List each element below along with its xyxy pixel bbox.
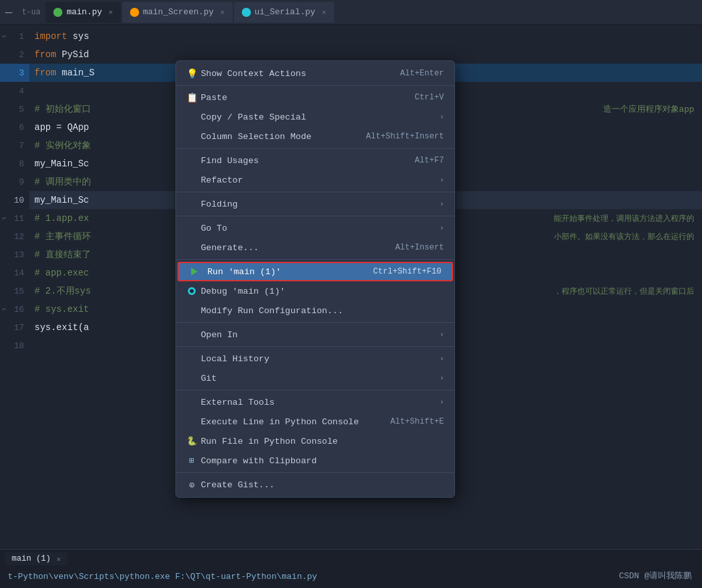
github-icon: ⊙ [187, 479, 197, 490]
shortcut-generate: Alt+Insert [395, 243, 444, 252]
separator-9 [176, 472, 454, 473]
menu-item-generate[interactable]: Generate... Alt+Insert [176, 238, 454, 257]
open-in-icon [187, 329, 197, 340]
menu-item-open-in[interactable]: Open In › [176, 325, 454, 344]
menu-item-find-usages[interactable]: Find Usages Alt+F7 [176, 151, 454, 170]
separator-2 [176, 148, 454, 149]
menu-label-column-selection: Column Selection Mode [201, 132, 311, 142]
gutter-line-7: 7 [0, 136, 29, 155]
menu-item-git[interactable]: Git › [176, 368, 454, 388]
context-menu: 💡 Show Context Actions Alt+Enter 📋 Paste… [176, 60, 455, 498]
tab-bar-controls: — t-ua [5, 6, 40, 19]
editor-area: 1 2 3 4 5 6 7 8 9 10 11 12 13 14 15 16 1… [0, 25, 702, 549]
menu-item-external-tools[interactable]: External Tools › [176, 392, 454, 412]
terminal-bar: main (1) ✕ t-Python\venv\Scripts\python.… [0, 549, 702, 588]
menu-item-execute-line-python[interactable]: Execute Line in Python Console Alt+Shift… [176, 412, 454, 431]
gutter-line-18: 18 [0, 337, 29, 355]
separator-5 [176, 259, 454, 260]
bulb-icon: 💡 [187, 68, 197, 79]
menu-item-go-to[interactable]: Go To › [176, 218, 454, 238]
menu-label-execute-line-python: Execute Line in Python Console [201, 417, 359, 427]
gutter-line-8: 8 [0, 155, 29, 173]
gutter-line-13: 13 [0, 246, 29, 264]
tab-main-py[interactable]: main.py ✕ [46, 2, 120, 23]
menu-item-run-main[interactable]: Run 'main (1)' Ctrl+Shift+F10 [177, 262, 453, 281]
menu-label-paste: Paste [201, 93, 228, 103]
gutter: 1 2 3 4 5 6 7 8 9 10 11 12 13 14 15 16 1… [0, 25, 29, 549]
tab-bar-minus: — [5, 6, 12, 19]
menu-item-column-selection[interactable]: Column Selection Mode Alt+Shift+Insert [176, 127, 454, 146]
menu-item-show-context-actions[interactable]: 💡 Show Context Actions Alt+Enter [176, 64, 454, 83]
menu-label-git: Git [201, 374, 216, 383]
paste-icon: 📋 [187, 92, 197, 103]
gutter-line-10: 10 [0, 191, 29, 209]
menu-item-copy-paste-special[interactable]: Copy / Paste Special › [176, 107, 454, 127]
tab-icon-main-screen-py [130, 8, 139, 17]
terminal-tab-close[interactable]: ✕ [57, 555, 61, 563]
gutter-line-3: 3 [0, 64, 29, 82]
terminal-tab-main[interactable]: main (1) ✕ [5, 552, 68, 565]
gutter-line-9: 9 [0, 173, 29, 191]
menu-item-refactor[interactable]: Refactor › [176, 170, 454, 190]
gutter-line-11: 11 [0, 209, 29, 227]
menu-label-run-main: Run 'main (1)' [207, 267, 281, 277]
arrow-go-to: › [439, 224, 444, 232]
menu-label-folding: Folding [201, 199, 238, 209]
tab-ui-serial-py[interactable]: ui_Serial.py ✕ [234, 2, 334, 23]
tab-close-main-py[interactable]: ✕ [109, 8, 113, 16]
separator-7 [176, 346, 454, 347]
copy-paste-special-icon [187, 112, 197, 122]
menu-item-modify-run-config[interactable]: Modify Run Configuration... [176, 301, 454, 320]
gutter-line-17: 17 [0, 318, 29, 337]
shortcut-find-usages: Alt+F7 [415, 156, 444, 165]
menu-label-find-usages: Find Usages [201, 156, 259, 166]
generate-icon [187, 242, 197, 253]
arrow-git: › [439, 374, 444, 382]
local-history-icon [187, 353, 197, 364]
gutter-line-5: 5 [0, 100, 29, 118]
separator-8 [176, 390, 454, 390]
menu-label-refactor: Refactor [201, 175, 243, 185]
refactor-icon [187, 175, 197, 185]
gutter-line-15: 15 [0, 282, 29, 300]
debug-main-icon [187, 286, 197, 296]
arrow-copy-paste-special: › [439, 113, 444, 121]
tab-label-main-py: main.py [66, 7, 102, 17]
gutter-line-16: 16 [0, 300, 29, 318]
menu-item-debug-main[interactable]: Debug 'main (1)' [176, 281, 454, 301]
find-usages-icon [187, 155, 197, 166]
separator-6 [176, 322, 454, 323]
terminal-tab-label: main (1) [12, 554, 51, 563]
tab-close-ui-serial-py[interactable]: ✕ [322, 8, 326, 16]
run-main-icon [189, 266, 200, 277]
arrow-folding: › [439, 200, 444, 208]
menu-item-paste[interactable]: 📋 Paste Ctrl+V [176, 88, 454, 107]
tab-main-screen-py[interactable]: main_Screen.py ✕ [122, 2, 233, 23]
menu-label-open-in: Open In [201, 330, 238, 340]
shortcut-column-selection: Alt+Shift+Insert [366, 132, 444, 141]
arrow-external-tools: › [439, 398, 444, 406]
menu-label-show-context-actions: Show Context Actions [201, 69, 306, 79]
menu-item-create-gist[interactable]: ⊙ Create Gist... [176, 475, 454, 494]
tab-icon-main-py [53, 8, 62, 17]
modify-run-config-icon [187, 305, 197, 316]
terminal-command: t-Python\venv\Scripts\python.exe F:\QT\q… [8, 572, 317, 582]
terminal-content: t-Python\venv\Scripts\python.exe F:\QT\q… [0, 565, 702, 588]
separator-3 [176, 192, 454, 192]
gutter-line-4: 4 [0, 82, 29, 100]
terminal-tab-bar: main (1) ✕ [0, 550, 702, 565]
tab-close-main-screen-py[interactable]: ✕ [220, 8, 225, 16]
external-tools-icon [187, 397, 197, 407]
menu-label-debug-main: Debug 'main (1)' [201, 287, 285, 296]
menu-item-folding[interactable]: Folding › [176, 194, 454, 214]
shortcut-paste: Ctrl+V [415, 93, 444, 102]
menu-item-run-file-python[interactable]: 🐍 Run File in Python Console [176, 431, 454, 451]
menu-item-local-history[interactable]: Local History › [176, 349, 454, 368]
tab-bar-user: t-ua [22, 8, 41, 17]
execute-line-python-icon [187, 416, 197, 427]
separator-4 [176, 216, 454, 216]
menu-label-create-gist: Create Gist... [201, 480, 274, 490]
menu-label-copy-paste-special: Copy / Paste Special [201, 112, 306, 122]
run-file-python-icon: 🐍 [187, 436, 197, 446]
menu-item-compare-clipboard[interactable]: ⊞ Compare with Clipboard [176, 451, 454, 470]
